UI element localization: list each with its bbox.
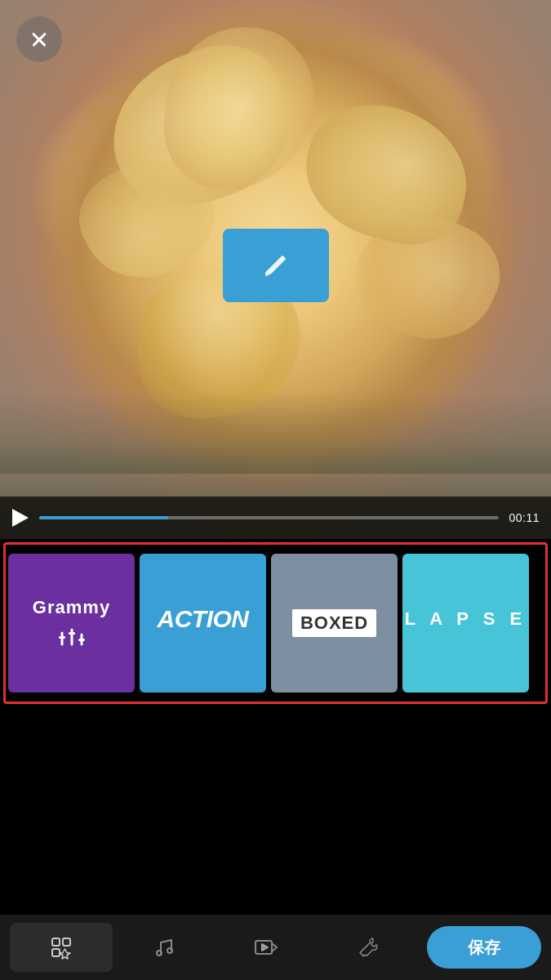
svg-marker-13: [262, 944, 268, 951]
filler-area: [0, 707, 551, 905]
toolbar-effects-button[interactable]: [10, 923, 113, 972]
close-button[interactable]: [16, 16, 62, 62]
filter-label-lapse: L A P S E: [405, 608, 527, 630]
toolbar-music-button[interactable]: [113, 923, 216, 972]
toolbar-video-button[interactable]: [216, 923, 318, 972]
filter-strip-wrapper: Grammy ACTION BOXED L A P S E: [0, 539, 551, 707]
svg-rect-5: [78, 639, 85, 641]
filter-label-grammy: Grammy: [33, 597, 110, 618]
svg-rect-3: [69, 632, 75, 635]
filter-item-action[interactable]: ACTION: [140, 554, 266, 693]
video-icon: [254, 935, 278, 960]
progress-fill: [39, 516, 168, 519]
time-display: 00:11: [509, 511, 540, 524]
edit-button[interactable]: [223, 229, 329, 302]
filter-item-lapse[interactable]: L A P S E: [402, 554, 529, 693]
svg-rect-8: [63, 938, 70, 946]
progress-track[interactable]: [39, 516, 499, 519]
filter-item-boxed[interactable]: BOXED: [271, 554, 398, 693]
play-button[interactable]: [11, 509, 29, 527]
svg-point-9: [157, 951, 162, 956]
svg-rect-6: [52, 938, 60, 946]
video-progress-bar: 00:11: [0, 497, 551, 539]
svg-rect-1: [59, 636, 65, 639]
mixer-icon: [59, 626, 85, 649]
bottom-toolbar: 保存: [0, 915, 551, 980]
pencil-icon: [261, 251, 291, 280]
filter-label-boxed: BOXED: [292, 609, 376, 637]
wrench-icon: [357, 935, 381, 960]
toolbar-settings-button[interactable]: [318, 923, 420, 972]
svg-point-10: [167, 948, 172, 953]
filter-item-grammy[interactable]: Grammy: [8, 554, 135, 693]
filter-label-action: ACTION: [158, 605, 249, 633]
svg-marker-12: [272, 943, 277, 951]
video-preview: 00:11: [0, 0, 551, 539]
music-icon: [152, 935, 176, 960]
filter-strip[interactable]: Grammy ACTION BOXED L A P S E: [0, 544, 551, 702]
play-icon: [12, 509, 29, 527]
save-button[interactable]: 保存: [427, 926, 541, 969]
sparkle-icon: [49, 935, 73, 960]
svg-rect-7: [52, 949, 60, 956]
save-label: 保存: [468, 937, 500, 959]
